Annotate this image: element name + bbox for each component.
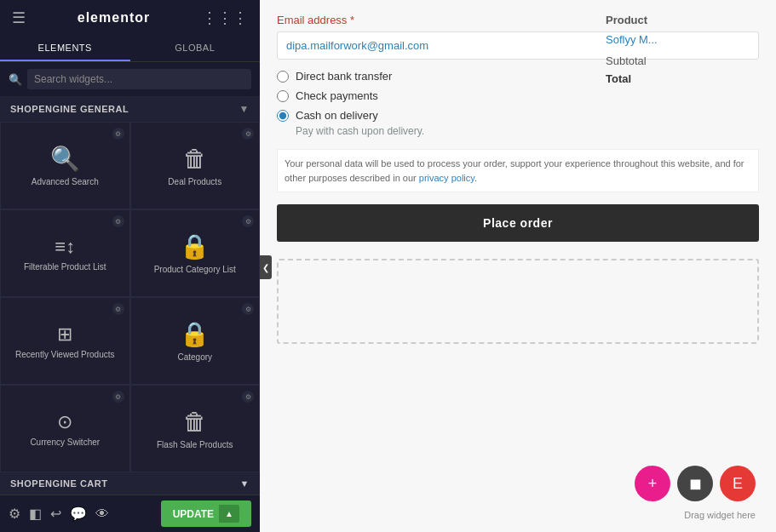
total-label: Total <box>606 72 776 85</box>
collapse-panel-button[interactable]: ❮ <box>260 255 272 279</box>
widget-badge-8: ⚙ <box>242 391 254 403</box>
section-shopengine-cart[interactable]: SHOPENGINE CART ▼ <box>0 472 260 495</box>
widget-advanced-search[interactable]: ⚙ 🔍 Advanced Search <box>0 122 130 209</box>
widget-recently-viewed-label: Recently Viewed Products <box>15 349 115 360</box>
section-shopengine-general[interactable]: SHOPENGINE GENERAL ▼ <box>0 96 260 122</box>
radio-cash[interactable] <box>277 110 289 122</box>
widgets-grid: ⚙ 🔍 Advanced Search ⚙ 🗑 Deal Products ⚙ … <box>0 122 260 472</box>
payment-bank-label: Direct bank transfer <box>296 70 392 83</box>
widget-badge-5: ⚙ <box>112 303 124 315</box>
radio-bank-transfer[interactable] <box>277 71 289 83</box>
widget-filterable-product-list[interactable]: ⚙ ≡↕ Filterable Product List <box>0 209 130 297</box>
section-general-label: SHOPENGINE GENERAL <box>10 104 129 114</box>
widget-badge-6: ⚙ <box>242 303 254 315</box>
category-icon: 🔒 <box>180 323 210 346</box>
section-cart-label: SHOPENGINE CART <box>10 478 107 489</box>
search-bar: 🔍 <box>0 62 260 96</box>
fab-add-button[interactable]: + <box>635 466 670 501</box>
fab-edit-button[interactable]: E <box>720 466 756 501</box>
radio-check[interactable] <box>277 90 289 102</box>
search-icon: 🔍 <box>9 73 22 86</box>
update-button[interactable]: UPDATE ▲ <box>161 501 251 527</box>
widget-flash-sale-label: Flash Sale Products <box>157 439 233 450</box>
chevron-down-icon: ▼ <box>239 103 250 115</box>
notice-text: Your personal data will be used to proce… <box>277 149 759 192</box>
filterable-product-list-icon: ≡↕ <box>55 237 75 256</box>
recently-viewed-icon: ⊞ <box>57 325 72 344</box>
comments-icon[interactable]: 💬 <box>70 506 87 522</box>
deal-products-icon: 🗑 <box>183 147 207 171</box>
update-arrow-icon[interactable]: ▲ <box>219 505 239 523</box>
dashed-drop-area <box>277 259 759 344</box>
panel-tabs: ELEMENTS GLOBAL <box>0 36 260 62</box>
widget-filterable-label: Filterable Product List <box>24 261 106 272</box>
right-panel: Email address * dipa.mailforwork@gmail.c… <box>260 0 776 532</box>
widget-currency-switcher[interactable]: ⚙ ⊙ Currency Switcher <box>0 385 130 472</box>
product-name: Soflyy M... <box>606 33 776 46</box>
advanced-search-icon: 🔍 <box>50 147 80 171</box>
product-category-list-icon: 🔒 <box>180 235 210 259</box>
widget-advanced-search-label: Advanced Search <box>32 176 99 187</box>
chevron-cart-icon: ▼ <box>240 478 250 489</box>
payment-cash-desc: Pay with cash upon delivery. <box>296 125 759 137</box>
place-order-button[interactable]: Place order <box>277 204 759 242</box>
left-panel: ☰ elementor ⋮⋮⋮ ELEMENTS GLOBAL 🔍 SHOPEN… <box>0 0 260 532</box>
fab-group: + ◼ E <box>635 466 756 501</box>
widget-category-label: Category <box>177 352 212 363</box>
right-content: Email address * dipa.mailforwork@gmail.c… <box>260 0 776 366</box>
widget-currency-switcher-label: Currency Switcher <box>30 437 100 448</box>
payment-cash-label: Cash on delivery <box>296 109 378 122</box>
flash-sale-icon: 🗑 <box>183 410 207 434</box>
bottom-bar: ⚙ ◧ ↩ 💬 👁 UPDATE ▲ <box>0 495 260 532</box>
payment-cash[interactable]: Cash on delivery <box>277 109 759 122</box>
widget-badge-3: ⚙ <box>112 215 124 227</box>
widget-badge-2: ⚙ <box>242 128 254 140</box>
currency-switcher-icon: ⊙ <box>57 413 72 432</box>
brand-name: elementor <box>78 10 150 26</box>
payment-check[interactable]: Check payments <box>277 89 759 102</box>
widget-category[interactable]: ⚙ 🔒 Category <box>130 297 261 385</box>
product-column-header: Product <box>606 14 776 26</box>
grid-icon[interactable]: ⋮⋮⋮ <box>202 9 248 27</box>
tab-global[interactable]: GLOBAL <box>130 36 261 61</box>
panel-header: ☰ elementor ⋮⋮⋮ <box>0 0 260 36</box>
preview-icon[interactable]: 👁 <box>95 506 109 522</box>
settings-icon[interactable]: ⚙ <box>9 506 20 522</box>
widget-product-category-label: Product Category List <box>154 264 236 275</box>
layers-icon[interactable]: ◧ <box>29 506 42 522</box>
widget-deal-products-label: Deal Products <box>168 176 221 187</box>
search-input[interactable] <box>27 69 251 89</box>
subtotal-label: Subtotal <box>606 54 776 67</box>
history-icon[interactable]: ↩ <box>50 506 61 522</box>
payment-check-label: Check payments <box>296 89 378 102</box>
tab-elements[interactable]: ELEMENTS <box>0 36 130 61</box>
fab-stop-button[interactable]: ◼ <box>677 466 713 501</box>
widget-badge-7: ⚙ <box>112 391 124 403</box>
widget-badge-4: ⚙ <box>242 215 254 227</box>
widget-product-category-list[interactable]: ⚙ 🔒 Product Category List <box>130 209 261 297</box>
widget-flash-sale[interactable]: ⚙ 🗑 Flash Sale Products <box>130 385 261 472</box>
widget-badge: ⚙ <box>112 128 124 140</box>
privacy-policy-link[interactable]: privacy policy <box>419 173 474 183</box>
drag-widget-label: Drag widget here <box>260 510 776 520</box>
widget-deal-products[interactable]: ⚙ 🗑 Deal Products <box>130 122 261 209</box>
widget-recently-viewed[interactable]: ⚙ ⊞ Recently Viewed Products <box>0 297 130 385</box>
bottom-bar-icons: ⚙ ◧ ↩ 💬 👁 <box>9 506 109 522</box>
product-info-panel: Product Soflyy M... Subtotal Total <box>606 14 776 85</box>
hamburger-icon[interactable]: ☰ <box>12 9 26 27</box>
